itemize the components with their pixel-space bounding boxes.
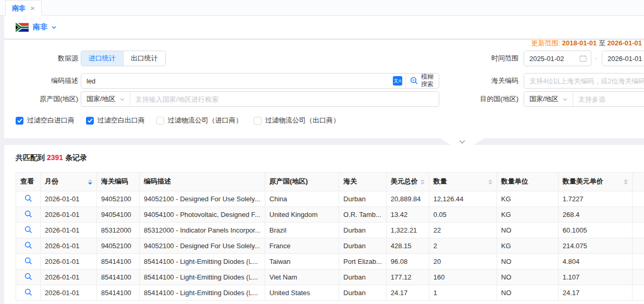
results-panel: 共匹配到2391条记录 查看月份海关编码编码描述原产国(地区)海关美元总价数量数… [4,145,644,304]
cell-hs-code: 94054100 [97,207,140,223]
column-header-label: 数量美元单价 [563,178,603,186]
cell-view[interactable] [16,223,41,238]
chevron-down-icon[interactable] [52,25,56,30]
update-range-label: 更新范围: [531,39,561,47]
table-row: 2026-01-019405210094052100 - Designed Fo… [16,191,644,207]
collapse-filters-button[interactable] [440,138,484,145]
column-header[interactable]: 数量美元单价 [558,173,632,191]
origin-country-input[interactable] [130,92,439,106]
cell-view[interactable] [16,238,41,254]
checkbox-checked-icon [16,117,23,125]
cell-origin-country: United States [265,285,339,301]
cell-unit: NO [497,254,558,270]
results-table: 查看月份海关编码编码描述原产国(地区)海关美元总价数量数量单位数量美元单价 20… [16,172,644,301]
cell-origin-country: France [265,238,339,254]
table-body: 2026-01-019405210094052100 - Designed Fo… [16,191,644,301]
column-header-label: 数量 [434,178,447,186]
filter-checkbox[interactable]: 过滤物流公司（出口商） [254,116,340,125]
data-source-option[interactable]: 进口统计 [81,51,123,66]
view-detail-icon [24,257,32,265]
sort-caret-icon[interactable] [488,179,492,185]
column-header[interactable]: 美元总价 [386,173,429,191]
column-header-label: 美元总价 [391,178,418,186]
cell-quantity: 20 [429,254,497,270]
cell-month: 2026-01-01 [41,223,97,238]
sort-caret-icon[interactable] [624,179,628,185]
summary-prefix: 共匹配到 [16,153,45,162]
destination-group: 国家/地区 [524,91,644,107]
view-detail-icon [24,210,32,218]
code-desc-group: 文A 模糊搜索 [81,73,439,89]
destination-input[interactable] [573,92,644,106]
result-summary: 共匹配到2391条记录 [16,153,87,163]
cell-hs-code: 85414100 [97,254,140,270]
cell-hs-code: 94052100 [97,238,140,254]
checkbox-label: 过滤空白出口商 [97,116,145,125]
chevron-down-icon [563,97,567,102]
country-name[interactable]: 南非 [33,22,47,32]
fuzzy-search-button[interactable]: 模糊搜索 [406,74,439,88]
time-range-start-group [524,51,591,66]
cell-hs-code: 85414100 [97,285,140,301]
cell-usd-total: 428.15 [386,238,429,254]
table-row: 2026-01-018541410085414100 - Light-Emitt… [16,270,644,285]
cell-hs-code: 85414100 [97,270,140,285]
cell-quantity: 160 [429,270,497,285]
table-row: 2026-01-018531200085312000 - Indicator P… [16,223,644,238]
south-africa-flag-icon [16,23,29,32]
tab-south-africa[interactable]: 南非 × [5,0,42,16]
cell-view[interactable] [16,285,41,301]
cell-usd-total: 20,889.84 [386,191,429,207]
cell-extra [632,270,644,285]
hs-code-input[interactable] [524,74,644,88]
cell-usd-total: 96.08 [386,254,429,270]
destination-select[interactable]: 国家/地区 [524,92,573,106]
data-source-segmented: 进口统计出口统计 [81,51,166,66]
filter-checkbox[interactable]: 过滤物流公司（进口商） [156,116,242,125]
cell-month: 2026-01-01 [41,207,97,223]
checkbox-label: 过滤物流公司（出口商） [265,116,340,125]
sort-caret-icon[interactable] [88,179,92,185]
sort-caret-icon[interactable] [420,179,425,185]
data-source-option[interactable]: 出口统计 [123,51,165,66]
cell-view[interactable] [16,191,41,207]
filter-checkbox[interactable]: 过滤空白进口商 [16,116,75,125]
cell-description: 94052100 - Designed For Use Solely... [140,238,265,254]
update-range-from: 2018-01-01 [562,39,597,47]
cell-description: 94052100 - Designed For Use Solely... [140,191,265,207]
translate-icon[interactable]: 文A [393,76,402,86]
results-table-wrap: 查看月份海关编码编码描述原产国(地区)海关美元总价数量数量单位数量美元单价 20… [16,172,644,301]
time-range-end-input[interactable] [602,51,644,66]
filter-checkbox[interactable]: 过滤空白出口商 [86,116,145,125]
origin-country-select[interactable]: 国家/地区 [81,92,130,106]
cell-customs: Port Elizab... [339,254,387,270]
calendar-icon[interactable] [579,55,587,62]
cell-customs: O.R. Tamb... [339,207,387,223]
time-range-start-input[interactable] [524,51,579,66]
country-header: 南非 [4,16,644,40]
column-header[interactable]: 数量 [429,173,497,191]
cell-unit: NO [497,223,558,238]
cell-customs: Durban [339,223,387,238]
view-detail-icon [24,273,32,281]
cell-quantity: 1 [429,285,497,301]
cell-description: 85414100 - Light-Emitting Diodes (L... [140,254,265,270]
cell-usd-total: 177.12 [386,270,429,285]
cell-view[interactable] [16,254,41,270]
origin-select-value: 国家/地区 [86,94,116,104]
cell-unit-price: 1.107 [558,270,632,285]
code-desc-input[interactable] [81,74,390,88]
column-header-label: 原产国(地区) [269,178,308,186]
hs-code-group [524,73,644,89]
cell-description: 85312000 - Indicator Panels Incorpor... [140,223,265,238]
filter-panel: 南非 更新范围: 2018-01-01 至 2026-01-01 数据源 进口统… [4,16,644,138]
cell-view[interactable] [16,207,41,223]
cell-view[interactable] [16,270,41,285]
cell-extra [632,223,644,238]
checkbox-unchecked-icon [156,117,164,125]
column-header[interactable]: 月份 [41,173,97,191]
close-icon[interactable]: × [30,4,35,12]
cell-usd-total: 13.42 [386,207,429,223]
cell-extra [632,285,644,301]
view-detail-icon [24,241,32,249]
